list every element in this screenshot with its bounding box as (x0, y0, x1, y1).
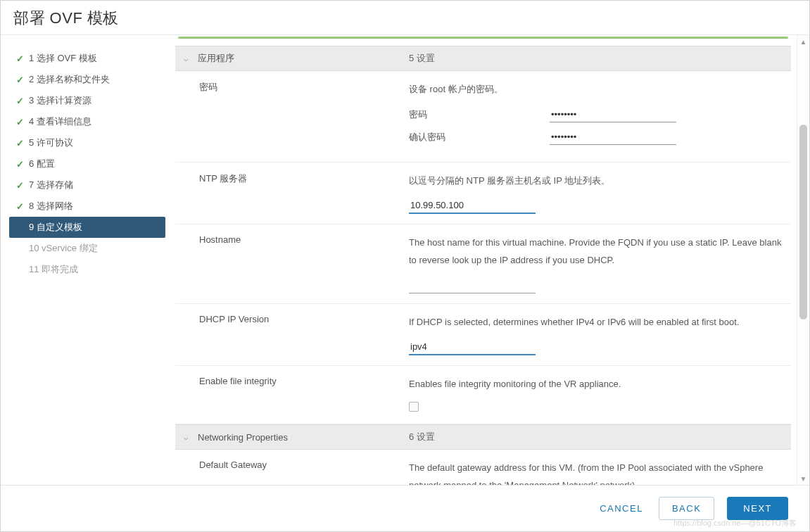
section-title: 应用程序 (198, 52, 234, 65)
password-input[interactable] (550, 107, 676, 122)
step-label: 9 自定义模板 (29, 221, 82, 234)
dhcp-ip-input[interactable] (409, 339, 536, 355)
section-count: 5 设置 (409, 52, 783, 65)
section-title: Networking Properties (198, 432, 288, 443)
scroll-thumb[interactable] (799, 125, 807, 319)
row-password: 密码 设备 root 帐户的密码。 密码 确认密码 (175, 71, 791, 163)
content-scroll[interactable]: ⌵应用程序 5 设置 密码 设备 root 帐户的密码。 密码 确认密码 (170, 35, 797, 485)
check-icon: ✓ (15, 180, 25, 191)
step-8-network[interactable]: ✓8 选择网络 (9, 196, 165, 217)
wizard-steps: ✓1 选择 OVF 模板 ✓2 选择名称和文件夹 ✓3 选择计算资源 ✓4 查看… (1, 35, 170, 485)
field-label: DHCP IP Version (184, 314, 409, 356)
dialog-body: ✓1 选择 OVF 模板 ✓2 选择名称和文件夹 ✓3 选择计算资源 ✓4 查看… (1, 35, 809, 485)
field-label: NTP 服务器 (184, 172, 409, 215)
step-label: 7 选择存储 (29, 179, 73, 191)
step-3-compute[interactable]: ✓3 选择计算资源 (9, 90, 165, 111)
step-5-license[interactable]: ✓5 许可协议 (9, 132, 165, 153)
step-2-name-folder[interactable]: ✓2 选择名称和文件夹 (9, 69, 165, 90)
dialog-header: 部署 OVF 模板 (1, 1, 809, 35)
check-icon: ✓ (15, 117, 25, 127)
validation-bar (178, 37, 788, 39)
section-application[interactable]: ⌵应用程序 5 设置 (175, 46, 791, 71)
step-label: 11 即将完成 (29, 263, 78, 276)
step-1-select-ovf[interactable]: ✓1 选择 OVF 模板 (9, 48, 165, 69)
row-gateway: Default Gateway The default gateway addr… (175, 450, 791, 485)
step-4-details[interactable]: ✓4 查看详细信息 (9, 111, 165, 132)
scroll-track[interactable] (797, 48, 809, 472)
row-ntp: NTP 服务器 以逗号分隔的 NTP 服务器主机名或 IP 地址列表。 (175, 163, 791, 225)
cancel-button[interactable]: CANCEL (597, 498, 646, 519)
file-integrity-checkbox[interactable] (409, 402, 419, 412)
hostname-input[interactable] (409, 278, 536, 293)
check-icon: ✓ (15, 96, 25, 106)
dialog-title: 部署 OVF 模板 (13, 8, 797, 29)
vertical-scrollbar[interactable]: ▲ ▼ (797, 35, 809, 485)
step-label: 1 选择 OVF 模板 (29, 52, 97, 65)
row-file-integrity: Enable file integrity Enables file integ… (175, 366, 791, 424)
password-label: 密码 (409, 108, 550, 121)
step-label: 5 许可协议 (29, 137, 73, 149)
row-dhcp-ip: DHCP IP Version If DHCP is selected, det… (175, 304, 791, 367)
chevron-down-icon: ⌵ (184, 433, 195, 442)
step-label: 2 选择名称和文件夹 (29, 73, 110, 86)
check-icon: ✓ (15, 53, 25, 64)
step-10-vservice: ✓10 vService 绑定 (9, 238, 165, 259)
check-icon: ✓ (15, 159, 25, 170)
back-button[interactable]: BACK (659, 497, 714, 520)
section-networking[interactable]: ⌵Networking Properties 6 设置 (175, 424, 791, 450)
field-label: Hostname (184, 234, 409, 293)
scroll-down-icon[interactable]: ▼ (797, 472, 809, 485)
step-label: 4 查看详细信息 (29, 115, 91, 128)
field-description: Enables file integrity monitoring of the… (409, 376, 783, 393)
step-7-storage[interactable]: ✓7 选择存储 (9, 175, 165, 196)
dialog-footer: CANCEL BACK NEXT (1, 485, 809, 531)
step-9-customize[interactable]: ✓9 自定义模板 (9, 217, 165, 238)
section-count: 6 设置 (409, 431, 783, 443)
next-button[interactable]: NEXT (727, 497, 788, 520)
field-description: 以逗号分隔的 NTP 服务器主机名或 IP 地址列表。 (409, 172, 783, 190)
step-label: 6 配置 (29, 158, 55, 170)
step-label: 8 选择网络 (29, 200, 73, 213)
field-description: The host name for this virtual machine. … (409, 234, 783, 269)
step-label: 10 vService 绑定 (29, 242, 98, 255)
row-hostname: Hostname The host name for this virtual … (175, 224, 791, 303)
confirm-password-label: 确认密码 (409, 131, 550, 144)
confirm-password-input[interactable] (550, 129, 676, 145)
field-label: Default Gateway (184, 460, 409, 485)
step-label: 3 选择计算资源 (29, 94, 91, 107)
step-6-config[interactable]: ✓6 配置 (9, 153, 165, 175)
field-label: Enable file integrity (184, 376, 409, 414)
deploy-ovf-dialog: 部署 OVF 模板 ✓1 选择 OVF 模板 ✓2 选择名称和文件夹 ✓3 选择… (0, 0, 810, 532)
check-icon: ✓ (15, 75, 25, 85)
check-icon: ✓ (15, 201, 25, 212)
field-description: The default gateway address for this VM.… (409, 460, 783, 485)
field-description: 设备 root 帐户的密码。 (409, 81, 783, 99)
chevron-down-icon: ⌵ (184, 54, 195, 63)
field-description: If DHCP is selected, determines whether … (409, 314, 783, 331)
step-11-complete: ✓11 即将完成 (9, 259, 165, 280)
field-label: 密码 (184, 81, 409, 152)
content-pane: ⌵应用程序 5 设置 密码 设备 root 帐户的密码。 密码 确认密码 (170, 35, 809, 485)
ntp-input[interactable] (409, 198, 536, 214)
scroll-up-icon[interactable]: ▲ (797, 35, 809, 48)
check-icon: ✓ (15, 138, 25, 148)
